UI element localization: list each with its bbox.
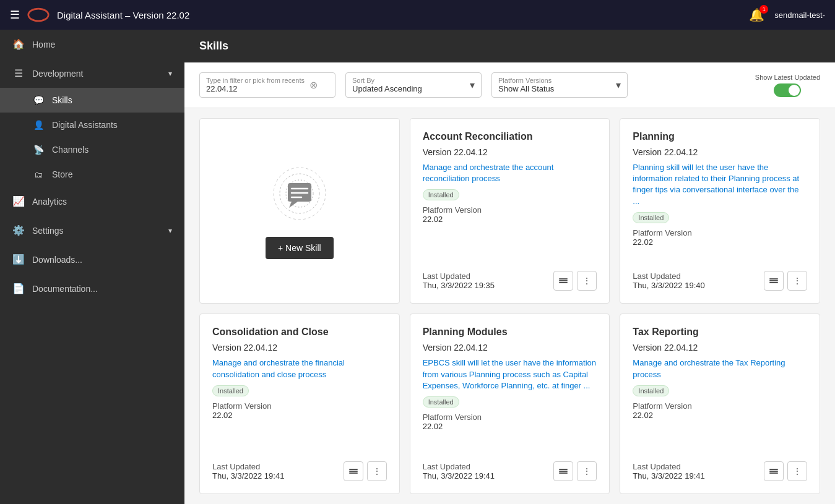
skill-version: Version 22.04.12	[633, 147, 807, 157]
sidebar-item-development[interactable]: ☰ Development ▾	[0, 59, 184, 88]
sidebar-item-digital-assistants[interactable]: 👤 Digital Assistants	[0, 113, 184, 137]
skill-name: Tax Reporting	[633, 327, 807, 338]
skill-updated: Last Updated Thu, 3/3/2022 19:40	[633, 271, 704, 290]
skill-name: Account Reconciliation	[423, 131, 597, 142]
skill-platform: Platform Version 22.02	[423, 205, 597, 224]
skill-layers-button[interactable]	[553, 271, 573, 291]
new-skill-illustration	[262, 163, 337, 224]
skill-card: Consolidation and Close Version 22.04.12…	[199, 314, 400, 494]
skill-card: Account Reconciliation Version 22.04.12 …	[410, 118, 610, 304]
topbar-right: 🔔 1 sendmail-test-	[749, 7, 825, 22]
skill-layers-button[interactable]	[344, 461, 363, 481]
platform-select[interactable]: Platform Versions Show All Status ▾	[491, 72, 628, 98]
svg-rect-18	[559, 472, 568, 474]
svg-rect-22	[769, 471, 778, 472]
skill-footer: Last Updated Thu, 3/3/2022 19:41 ⋮	[212, 461, 387, 481]
skill-more-button[interactable]: ⋮	[367, 461, 387, 481]
analytics-icon: 📈	[12, 195, 25, 207]
sidebar-label-home: Home	[32, 40, 172, 49]
sidebar-item-analytics[interactable]: 📈 Analytics	[0, 187, 184, 216]
skill-platform-label: Platform Version	[633, 401, 807, 411]
sidebar-item-downloads[interactable]: ⬇️ Downloads...	[0, 245, 184, 274]
sidebar-label-digital-assistants: Digital Assistants	[52, 120, 118, 130]
filter-input-label: Type in filter or pick from recents	[206, 77, 305, 84]
skill-actions: ⋮	[344, 461, 387, 481]
svg-rect-10	[559, 280, 568, 281]
skill-actions: ⋮	[764, 461, 807, 481]
sidebar-item-store[interactable]: 🗂 Store	[0, 162, 184, 187]
page-title: Skills	[199, 40, 228, 52]
settings-icon: ⚙️	[12, 224, 25, 236]
skill-footer: Last Updated Thu, 3/3/2022 19:41 ⋮	[633, 461, 807, 481]
skill-platform-value: 22.02	[633, 237, 807, 247]
filter-input-value: 22.04.12	[206, 84, 305, 93]
sort-select[interactable]: Sort By Updated Ascending ▾	[345, 72, 482, 98]
skill-layers-button[interactable]	[553, 461, 573, 481]
sidebar-item-skills[interactable]: 💬 Skills	[0, 88, 184, 113]
skill-platform-value: 22.02	[423, 215, 597, 224]
skill-footer: Last Updated Thu, 3/3/2022 19:40 ⋮	[633, 271, 807, 291]
skill-more-button[interactable]: ⋮	[787, 461, 807, 481]
skill-updated: Last Updated Thu, 3/3/2022 19:41	[633, 462, 704, 481]
svg-rect-17	[349, 469, 358, 470]
skill-name: Consolidation and Close	[212, 327, 387, 338]
notification-badge: 1	[759, 5, 768, 14]
chevron-down-icon: ▾	[168, 69, 172, 78]
new-skill-button[interactable]: + New Skill	[266, 237, 334, 259]
skill-updated: Last Updated Thu, 3/3/2022 19:41	[423, 462, 495, 481]
home-icon: 🏠	[12, 38, 25, 50]
skills-icon: 💬	[32, 95, 45, 105]
svg-rect-9	[559, 282, 568, 283]
skill-description: EPBCS skill will let the user have the i…	[423, 357, 597, 391]
skill-badge: Installed	[423, 189, 459, 200]
skill-updated-label: Last Updated	[212, 462, 284, 471]
skill-version: Version 22.04.12	[633, 343, 807, 352]
platform-label: Platform Versions	[498, 77, 611, 84]
sort-label: Sort By	[352, 77, 465, 84]
skill-updated-value: Thu, 3/3/2022 19:41	[633, 471, 704, 481]
svg-rect-11	[559, 278, 568, 280]
show-latest-toggle[interactable]	[774, 83, 801, 97]
downloads-icon: ⬇️	[12, 254, 25, 265]
clear-filter-icon[interactable]: ⊗	[309, 79, 318, 91]
topbar: ☰ Digital Assistant – Version 22.02 🔔 1 …	[0, 0, 835, 30]
filter-input-inner: Type in filter or pick from recents 22.0…	[206, 77, 305, 93]
development-icon: ☰	[12, 67, 25, 79]
sidebar-item-channels[interactable]: 📡 Channels	[0, 137, 184, 162]
skill-more-button[interactable]: ⋮	[787, 271, 807, 291]
skill-card: Planning Version 22.04.12 Planning skill…	[620, 118, 820, 304]
sidebar-item-home[interactable]: 🏠 Home	[0, 30, 184, 59]
skill-platform-label: Platform Version	[633, 228, 807, 237]
svg-marker-5	[289, 202, 298, 208]
notification-bell[interactable]: 🔔 1	[749, 7, 764, 22]
skill-card: Tax Reporting Version 22.04.12 Manage an…	[620, 314, 820, 494]
skill-more-button[interactable]: ⋮	[577, 461, 597, 481]
svg-rect-23	[769, 469, 778, 470]
svg-rect-20	[559, 469, 568, 470]
sidebar-label-skills: Skills	[52, 95, 72, 105]
svg-rect-13	[769, 280, 778, 281]
skill-platform-value: 22.02	[212, 411, 387, 420]
sidebar-item-settings[interactable]: ⚙️ Settings ▾	[0, 216, 184, 245]
skill-updated: Last Updated Thu, 3/3/2022 19:35	[423, 271, 495, 290]
filter-input-wrap[interactable]: Type in filter or pick from recents 22.0…	[199, 72, 335, 98]
svg-rect-16	[349, 471, 358, 472]
skill-more-button[interactable]: ⋮	[577, 271, 597, 291]
skill-layers-button[interactable]	[764, 271, 784, 291]
sidebar-label-store: Store	[52, 169, 72, 179]
svg-rect-14	[769, 278, 778, 280]
sidebar: 🏠 Home ☰ Development ▾ 💬 Skills 👤 Digita…	[0, 30, 184, 504]
skills-grid: + New Skill Account Reconciliation Versi…	[184, 108, 835, 504]
skill-updated-label: Last Updated	[633, 462, 704, 471]
svg-rect-21	[769, 472, 778, 474]
digital-assistants-icon: 👤	[32, 120, 45, 130]
filter-bar: Type in filter or pick from recents 22.0…	[184, 62, 835, 108]
sidebar-label-settings: Settings	[32, 226, 161, 236]
sidebar-item-documentation[interactable]: 📄 Documentation...	[0, 274, 184, 303]
platform-value: Show All Status	[498, 84, 611, 93]
skill-platform-label: Platform Version	[423, 205, 597, 215]
skill-updated-value: Thu, 3/3/2022 19:40	[633, 281, 704, 290]
hamburger-icon[interactable]: ☰	[10, 8, 20, 22]
skill-layers-button[interactable]	[764, 461, 784, 481]
sort-chevron-icon: ▾	[470, 79, 475, 91]
